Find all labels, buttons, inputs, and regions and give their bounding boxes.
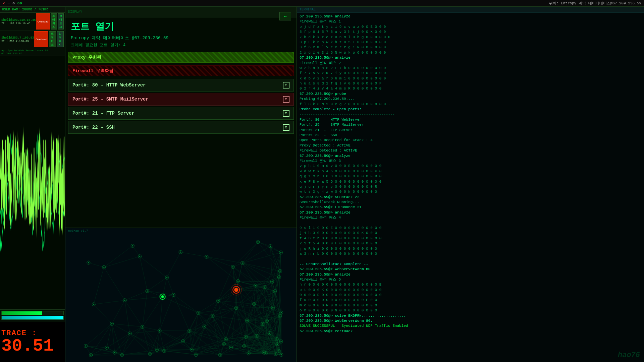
ram-label: USED RAM: 288mb / 761mb xyxy=(2,8,63,11)
port-icon: ⊞ xyxy=(283,124,289,131)
terminal-line: Firewall 분석 패스 1 xyxy=(300,19,641,24)
terminal-line: f l 8 k 8 N 2 0 e g 7 0 0 0 0 0 0 0 0 0.… xyxy=(300,102,641,107)
terminal-line: n r 0 0 0 0 0 0 0 0 0 0 0 0 0 0 0 0 E xyxy=(300,282,641,287)
terminal-line: 67.209.236.59@> PortHack xyxy=(300,329,641,334)
display-header: DISPLAY ← xyxy=(65,7,297,17)
shell1-trace-btn[interactable]: 트레이스 xyxy=(51,13,57,29)
entropy-subtitle: Entropy 계약 데이터베이스 @67.209.236.59 xyxy=(65,34,297,42)
terminal-line: p t 0 0 0 K 0 0 0 0 0 0 0 0 0 0 0 0 0 xyxy=(300,288,641,293)
shell2-trace-btn[interactable]: 트레이스 xyxy=(49,31,56,47)
terminal-line: ----------------------------------------… xyxy=(300,112,641,117)
terminal-line: Port#: 80 - HTTP WebServer xyxy=(300,117,641,122)
terminal-line: x e F 8 w a 5 9 0 0 0 0 0 0 0 0 0 0 0 xyxy=(300,179,641,184)
terminal-line: Firewall 분석 패스 2 xyxy=(300,61,641,66)
terminal-line: 67.209.236.59@> FTPBounce 21 xyxy=(300,205,641,210)
trace-value: 30.51 xyxy=(1,338,54,355)
shell2-ip: IP : 253.7.100.83 xyxy=(1,40,34,43)
port-entry-80: Port#: 80 - HTTP WebServer ⊞ xyxy=(68,79,294,92)
progress-bar-1 xyxy=(1,311,64,315)
port-entry-21: Port#: 21 - FTP Server ⊞ xyxy=(68,107,294,120)
netmap-label: netMap v1.7 xyxy=(68,229,88,233)
shell1-overload-btn[interactable]: Overload xyxy=(36,13,50,29)
terminal-line: Port#: 21 - FTP Server xyxy=(300,128,641,133)
proxy-bar-label: Proxy 우회됨 xyxy=(72,55,101,60)
shell2-label: Shell@253.7.100.83 xyxy=(1,36,34,40)
firewall-bar-label: Firewall 무력화됨 xyxy=(72,68,113,73)
terminal-line: Firewall 분석 패스 5 xyxy=(300,277,641,282)
terminal-line: SOLVE SUCCESSFUL - Syndicated UDP Traffi… xyxy=(300,323,641,328)
terminal-line: 0 2 r 4 i y 4 a 4 m s R 0 0 0 0 0 0 0 xyxy=(300,86,641,91)
terminal-line: ----------------------------------------… xyxy=(300,221,641,226)
waveform-area xyxy=(0,56,65,310)
left-panel: USED RAM: 288mb / 761mb Shell@193.219.16… xyxy=(0,7,65,362)
terminal-line: h u a s 8 d 2 f q s v 0 0 0 0 0 0 0 F xyxy=(300,81,641,86)
shell1-status-btn[interactable]: 상태표시 xyxy=(58,13,64,29)
waveform-canvas xyxy=(0,56,65,309)
shell-2-row: Shell@253.7.100.83 IP : 253.7.100.83 Ove… xyxy=(0,31,65,48)
terminal-line: ----------------------------------------… xyxy=(300,256,641,261)
netmap-section: netMap v1.7 xyxy=(65,228,297,362)
terminal-line: 67.209.236.59@> probe xyxy=(300,92,641,97)
port-title: 포트 열기 xyxy=(65,17,297,34)
back-button[interactable]: ← xyxy=(279,12,291,20)
timer-value: 60 xyxy=(17,1,22,5)
terminal-line: 7 b d k k r c z D n m l 0 b g 0 0 0 0 0 … xyxy=(300,35,641,40)
terminal-line: 5 f p 6 i 5 7 5 u v 3 h t j 0 0 K 0 0 0 xyxy=(300,29,641,35)
trace-section: TRACE : 30.51 xyxy=(0,322,65,362)
terminal-line: p j d f z t y z i 9 c v w z 0 0 E 0 0 0 xyxy=(300,24,641,29)
port-entry-25: Port#: 25 - SMTP MailServer ⊞ xyxy=(68,93,294,106)
terminal-line: 2 1 f 5 4 0 0 0 F 0 0 0 0 0 0 0 0 0 xyxy=(300,241,641,246)
terminal-line: v p h i 0 m d v 0 0 0 E 0 0 0 0 0 0 0 xyxy=(300,164,641,169)
terminal-line: j 4 h 3 0 0 0 0 0 0 0 0 0 0 K 0 0 0 xyxy=(300,231,641,236)
watermark: hao76 xyxy=(618,351,640,359)
port-icon: ⊞ xyxy=(283,96,289,103)
terminal-line: 67.209.236.59@> WebServerWorm 80 xyxy=(300,267,641,272)
terminal-line: Open Ports Required for Crack : 4 xyxy=(300,138,641,143)
terminal-line: Port#: 22 - SSH xyxy=(300,133,641,138)
progress-area xyxy=(0,310,65,322)
minimize-icon[interactable]: ─ xyxy=(8,1,10,5)
shell2-overload-btn[interactable]: Overload xyxy=(34,31,48,47)
shell-1-row: Shell@193.219.16.46 IP : 193.219.16.46 O… xyxy=(0,13,65,31)
port-list: Port#: 80 - HTTP WebServer ⊞Port#: 25 - … xyxy=(65,77,297,135)
topbar: ✕ ─ ⚙ 60 위치: Entropy 계약 데이터베이스@67.209.23… xyxy=(0,0,644,7)
terminal-line: Proxy Detected : ACTIVE xyxy=(300,143,641,148)
terminal-line: a 3 n r b 0 0 0 0 0 0 N 0 0 0 0 0 0 xyxy=(300,251,641,256)
terminal-line: 2 x q z e 3 l 6 N w p k p 6 0 0 0 0 0 0 xyxy=(300,50,641,55)
topbar-left: ✕ ─ ⚙ 60 xyxy=(3,1,22,5)
port-icon: ⊞ xyxy=(283,110,289,117)
terminal-line: f u 0 0 0 0 0 0 0 0 0 0 0 0 0 F 0 0 xyxy=(300,298,641,303)
port-label: Port#: 21 - FTP Server xyxy=(72,111,135,116)
shell1-label: Shell@193.219.16.46 xyxy=(1,18,36,22)
terminal-line: w 2 h n k n e 2 E 7 b 0 0 0 0 0 0 0 0 0 xyxy=(300,66,641,71)
terminal-line: w t s 3 g 4 z w 0 0 0 N 0 0 0 0 0 0 xyxy=(300,189,641,194)
display-section: DISPLAY ← 포트 열기 Entropy 계약 데이터베이스 @67.20… xyxy=(65,7,297,228)
terminal-line: Probing 67.209.236.59.... xyxy=(300,97,641,102)
close-icon[interactable]: ✕ xyxy=(3,1,5,5)
netmap-canvas xyxy=(65,228,297,362)
gear-icon[interactable]: ⚙ xyxy=(12,1,15,5)
progress-bar-2 xyxy=(1,316,64,320)
port-label: Port#: 22 - SSH xyxy=(72,125,115,130)
terminal-line: m e 0 0 0 0 R 0 0 0 0 0 0 0 0 0 0 0 xyxy=(300,303,641,308)
terminal-line: 67.209.236.59@> analyze xyxy=(300,272,641,277)
firewall-status-bar: Firewall 무력화됨 xyxy=(68,65,294,76)
terminal-content: 67.209.236.59@> analyzeFirewall 분석 패스 1p… xyxy=(297,13,644,362)
center-panel: DISPLAY ← 포트 열기 Entropy 계약 데이터베이스 @67.20… xyxy=(65,7,297,362)
terminal-line: Firewall 분석 패스 3 xyxy=(300,159,641,164)
terminal-line: 3 p F k n h w k h z u 5 T 0 0 0 0 0 0 0 xyxy=(300,40,641,45)
terminal-line: 9 d w t k h 4 5 0 0 0 0 0 0 0 0 0 K 0 xyxy=(300,169,641,174)
terminal-line: Firewall Detected : ACTIVE xyxy=(300,148,641,153)
ram-section: USED RAM: 288mb / 761mb xyxy=(0,7,65,13)
shell2-status-btn[interactable]: 상태표시 xyxy=(57,31,64,47)
shell1-ip: IP : 193.219.16.46 xyxy=(1,22,36,25)
terminal-label: TERMINAL xyxy=(300,8,316,11)
crack-info: 크래에 필요한 포트 열기: 4 xyxy=(65,42,297,51)
display-label: DISPLAY xyxy=(68,10,82,14)
terminal-line: SecureShellCrack Running... xyxy=(300,200,641,205)
main-layout: USED RAM: 288mb / 761mb Shell@193.219.16… xyxy=(0,7,644,362)
terminal-panel: TERMINAL 67.209.236.59@> analyzeFirewall… xyxy=(297,7,644,362)
terminal-line: q g 1 m n u 8 3 0 0 0 0 0 0 0 0 0 D 0 xyxy=(300,174,641,179)
proxy-status-bar: Proxy 우회됨 xyxy=(68,52,294,63)
terminal-line: 67.209.236.59@> analyze xyxy=(300,55,641,60)
